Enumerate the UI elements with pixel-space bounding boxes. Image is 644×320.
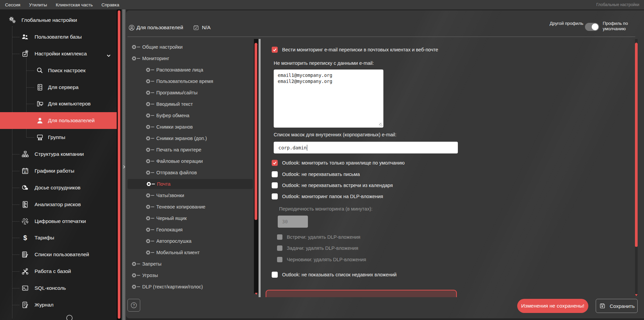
sidebar-item-employee-dossier[interactable]: Досье сотрудников — [0, 181, 117, 194]
sidebar-item-tariffs[interactable]: $Тарифы — [0, 231, 117, 244]
checkbox-row-outlook-no-meetings[interactable]: Outlook: не перехватывать встречи из кал… — [272, 182, 393, 189]
tree-scroll-down-icon[interactable] — [255, 290, 258, 292]
sidebar-item-label: Глобальные настройки — [21, 13, 77, 27]
unsaved-changes-badge[interactable]: Изменения не сохранены! — [517, 299, 588, 313]
exclude-emails-label: Не мониторить переписку с данными e-mail… — [274, 60, 374, 66]
help-button[interactable]: ? — [127, 299, 140, 312]
sidebar-item-label: Работа с базой — [35, 265, 71, 278]
sidebar-item-label: Группы — [48, 131, 65, 144]
menu-item-0[interactable]: Сессия — [5, 2, 20, 7]
sidebar-item-complex-settings[interactable]: Настройки комплекса — [0, 47, 117, 60]
checkbox-row-meetings-dlp: Встречи: удалять DLP-вложения — [277, 233, 360, 241]
fingerprint-icon — [21, 217, 30, 226]
settings-scroll-down-icon[interactable] — [635, 291, 638, 293]
tree-item-label: Геолокация — [156, 225, 182, 235]
sidebar-splitter[interactable] — [121, 9, 126, 320]
exclude-emails-textarea[interactable]: email1@mycompany.org email2@mycompany.or… — [274, 70, 383, 128]
checkbox-row-outlook-no-letters[interactable]: Outlook: не перехватывать письма — [272, 171, 360, 178]
profile-toggle[interactable] — [585, 23, 599, 31]
tree-item-threats[interactable]: Угрозы — [127, 270, 254, 280]
sidebar-item-risk-analyzer[interactable]: Анализатор рисков — [0, 198, 117, 211]
checkbox-row-monitor-email[interactable]: Вести мониторинг e-mail переписки в почт… — [272, 46, 438, 53]
tree-item-screenshots-extra[interactable]: Снимки экранов (доп.) — [127, 133, 254, 143]
sidebar-item-company-structure[interactable]: Структура компании — [0, 147, 117, 161]
tree-node-icon — [146, 90, 155, 95]
chevron-down-icon[interactable] — [107, 52, 111, 58]
menu-item-1[interactable]: Утилиты — [29, 2, 47, 7]
tree-item-restrictions[interactable]: Запреты — [127, 259, 254, 269]
tree-item-clipboard[interactable]: Буфер обмена — [127, 110, 254, 121]
sidebar-item-user-lists[interactable]: Списки пользователей — [0, 248, 117, 261]
checkbox-icon[interactable] — [272, 171, 278, 177]
tree-node-icon — [146, 125, 155, 129]
tree-node-icon — [131, 273, 141, 278]
tree-item-file-sending[interactable]: Отправка файлов — [127, 168, 254, 178]
tree-item-label: Мобильный клиент — [156, 247, 200, 258]
save-button[interactable]: Сохранить — [596, 299, 638, 313]
sidebar-item-groups[interactable]: Группы — [0, 131, 117, 144]
menu-item-3[interactable]: Справка — [102, 2, 119, 7]
sidebar-item-journal[interactable]: Журнал — [0, 298, 117, 312]
users-icon — [21, 33, 30, 41]
tree-item-label: Угрозы — [142, 270, 158, 280]
checkbox-row-outlook-dlp-folders[interactable]: Outlook: мониторинг папок на DLP-вложени… — [272, 193, 383, 200]
dollar-icon: $ — [21, 233, 30, 242]
menubar-context-label: Глобальные настройки — [596, 0, 639, 9]
sidebar-item-for-computers[interactable]: Для компьютеров — [0, 97, 117, 110]
checkbox-icon[interactable] — [272, 47, 278, 53]
toggle-knob[interactable] — [592, 24, 598, 30]
tree-item-typed-text[interactable]: Вводимый текст — [127, 99, 254, 109]
tree-scroll-up-icon[interactable] — [255, 40, 258, 42]
checkbox-row-outlook-default-store[interactable]: Outlook: мониторить только хранилище по … — [272, 159, 405, 167]
tree-item-dlp[interactable]: DLP (текст/картинки/голос) — [127, 282, 254, 292]
checkbox-row-outlook-recent[interactable]: Outlook: не показывать список недавних в… — [272, 271, 396, 278]
tree-item-black-box[interactable]: Черный ящик — [127, 213, 254, 223]
org-icon — [21, 150, 30, 158]
checkbox-icon[interactable] — [272, 182, 278, 188]
sidebar-item-work-schedules[interactable]: 31Графики работы — [0, 164, 117, 178]
settings-scroll-up-icon[interactable] — [635, 40, 638, 42]
sidebar-item-label: Цифровые отпечатки — [35, 215, 86, 228]
period-input: 30 — [278, 216, 308, 228]
tree-item-user-time[interactable]: Пользовательское время — [127, 76, 254, 86]
checkbox-icon[interactable] — [272, 272, 278, 278]
tree-splitter[interactable] — [259, 39, 261, 297]
risk-icon — [21, 200, 30, 209]
tree-item-chats-calls[interactable]: Чаты/звонки — [127, 190, 254, 200]
tree-item-general-settings[interactable]: Общие настройки — [127, 42, 254, 52]
tree-item-label: Мониторинг — [142, 53, 169, 63]
tree-item-auto-listening[interactable]: Автопрослушка — [127, 236, 254, 246]
tree-item-mobile-client[interactable]: Мобильный клиент — [127, 247, 254, 258]
tree-item-geolocation[interactable]: Геолокация — [127, 225, 254, 235]
internal-masks-input[interactable]: corp.damin — [274, 142, 458, 153]
checkbox-label: Outlook: мониторить только хранилище по … — [282, 160, 405, 166]
settings-scrollbar-thumb[interactable] — [635, 43, 638, 247]
sidebar-item-for-server[interactable]: Для сервера — [0, 81, 117, 94]
tree-item-file-operations[interactable]: Файловые операции — [127, 156, 254, 166]
sidebar-item-db-users[interactable]: Пользователи базы — [0, 30, 117, 44]
sidebar-item-sql-console[interactable]: SQL-консоль — [0, 281, 117, 295]
sidebar-item-for-users[interactable]: Для пользователей — [0, 112, 117, 129]
tree-item-screenshots[interactable]: Снимки экранов — [127, 122, 254, 132]
menu-item-2[interactable]: Клиентская часть — [56, 2, 93, 7]
sidebar-item-settings-search[interactable]: Поиск настроек — [0, 64, 117, 77]
tree-item-label: Отправка файлов — [156, 168, 197, 178]
checkbox-row-tasks-dlp: Задачи: удалять DLP-вложения — [277, 244, 358, 252]
tree-item-label: Снимки экранов — [156, 122, 193, 132]
checkbox-icon[interactable] — [272, 193, 278, 199]
sidebar-scrollbar-thumb[interactable] — [118, 10, 120, 319]
tree-item-programs-sites[interactable]: Программы/сайты — [127, 88, 254, 98]
tree-item-monitoring[interactable]: Мониторинг — [127, 53, 254, 63]
splitter-collapse-icon[interactable] — [123, 164, 125, 170]
tree-item-face-recognition[interactable]: Распознавание лица — [127, 65, 254, 75]
checkbox-label: Outlook: не перехватывать встречи из кал… — [282, 183, 393, 188]
tree-item-printer[interactable]: Печать на принтере — [127, 145, 254, 155]
sidebar-item-global-settings[interactable]: Глобальные настройки — [0, 13, 117, 27]
tree-scrollbar-thumb[interactable] — [255, 43, 257, 220]
sidebar-item-digital-fingerprints[interactable]: Цифровые отпечатки — [0, 215, 117, 228]
tree-item-shadow-copy[interactable]: Теневое копирование — [127, 202, 254, 212]
checkbox-icon[interactable] — [272, 160, 278, 166]
tree-item-mail[interactable]: Почта — [127, 179, 253, 189]
sidebar-item-db-maintenance[interactable]: Работа с базой — [0, 265, 117, 278]
clipped-settings-row[interactable] — [266, 290, 457, 297]
